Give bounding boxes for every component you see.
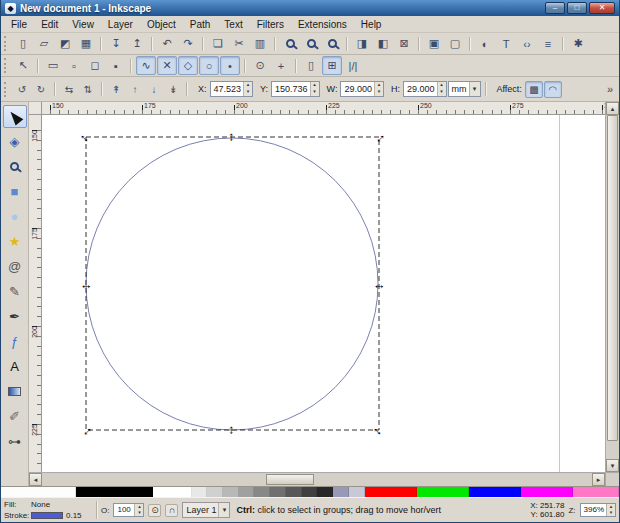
palette-swatch[interactable] bbox=[207, 487, 223, 497]
menu-file[interactable]: File bbox=[4, 17, 34, 32]
paste-button[interactable]: ▥ bbox=[250, 34, 270, 53]
horizontal-ruler[interactable]: 150175200225250275300 bbox=[42, 102, 605, 115]
undo-button[interactable]: ↶ bbox=[157, 34, 177, 53]
palette-swatch[interactable] bbox=[153, 487, 191, 497]
pencil-tool-button[interactable]: ✎ bbox=[3, 280, 27, 303]
selection-handle-sw[interactable]: ↔ bbox=[77, 421, 95, 439]
h-input[interactable]: 29.000 ▴ ▾ bbox=[403, 81, 447, 97]
opacity-spinner[interactable]: ▴ ▾ bbox=[134, 504, 143, 516]
node-tool-button[interactable]: ◈ bbox=[3, 130, 27, 153]
palette-swatch[interactable] bbox=[349, 487, 365, 497]
raise-button[interactable]: ↑ bbox=[126, 81, 144, 98]
affect-stroke-width-button[interactable]: ▩ bbox=[525, 81, 543, 98]
align-distribute-dialog-button[interactable]: ≡ bbox=[538, 34, 558, 53]
rectangle-tool-button[interactable]: ■ bbox=[3, 180, 27, 203]
selection-handle-nw[interactable]: ↔ bbox=[77, 128, 95, 146]
palette-swatch[interactable] bbox=[469, 487, 521, 497]
group-button[interactable]: ▣ bbox=[424, 34, 444, 53]
toolbar-grip[interactable] bbox=[4, 82, 9, 97]
selection-handle-ne[interactable]: ↔ bbox=[370, 128, 388, 146]
show-grid-button[interactable]: ⊞ bbox=[322, 56, 342, 75]
ellipse-tool-button[interactable]: ● bbox=[3, 205, 27, 228]
document-print-button[interactable]: ▦ bbox=[76, 34, 96, 53]
palette-swatch[interactable] bbox=[521, 487, 573, 497]
export-button[interactable]: ↥ bbox=[127, 34, 147, 53]
w-input[interactable]: 29.000 ▴ ▾ bbox=[340, 81, 384, 97]
snap-bbox-corners-button[interactable]: ◻ bbox=[85, 56, 105, 75]
scroll-down-button[interactable]: ▾ bbox=[606, 459, 619, 472]
raise-to-top-button[interactable]: ↟ bbox=[107, 81, 125, 98]
selection-handle-s[interactable]: ↔ bbox=[226, 424, 239, 437]
palette-swatch[interactable] bbox=[317, 487, 333, 497]
zoom-spinner[interactable]: ▴ ▾ bbox=[606, 504, 615, 516]
dropdown-arrow-icon[interactable]: ▾ bbox=[218, 503, 229, 517]
palette-swatch[interactable] bbox=[270, 487, 286, 497]
scroll-left-button[interactable]: ◂ bbox=[29, 473, 42, 486]
menu-help[interactable]: Help bbox=[354, 17, 389, 32]
selection-handle-se[interactable]: ↔ bbox=[370, 421, 388, 439]
dropdown-arrow-icon[interactable]: ▾ bbox=[469, 82, 480, 96]
menu-view[interactable]: View bbox=[65, 17, 101, 32]
snap-bbox-midpoints-button[interactable]: ▪ bbox=[106, 56, 126, 75]
x-input[interactable]: 47.523 ▴ ▾ bbox=[210, 81, 254, 97]
spin-down-icon[interactable]: ▾ bbox=[244, 89, 252, 96]
spin-down-icon[interactable]: ▾ bbox=[135, 510, 143, 516]
palette-swatch[interactable] bbox=[76, 487, 154, 497]
snap-nodes-button[interactable]: ∿ bbox=[136, 56, 156, 75]
calligraphy-tool-button[interactable]: ƒ bbox=[3, 330, 27, 353]
spin-down-icon[interactable]: ▾ bbox=[311, 89, 319, 96]
x-spinner[interactable]: ▴ ▾ bbox=[243, 82, 252, 96]
stroke-swatch[interactable] bbox=[31, 512, 63, 519]
units-select[interactable]: mm ▾ bbox=[448, 81, 481, 97]
connector-tool-button[interactable]: ⊶ bbox=[3, 430, 27, 453]
cut-button[interactable]: ✂ bbox=[229, 34, 249, 53]
lower-button[interactable]: ↓ bbox=[145, 81, 163, 98]
menu-text[interactable]: Text bbox=[217, 17, 249, 32]
selection-handle-w[interactable]: ↔ bbox=[80, 277, 93, 290]
vertical-scroll-track[interactable] bbox=[606, 115, 619, 459]
pen-tool-button[interactable]: ✒ bbox=[3, 305, 27, 328]
snap-rotation-centers-button[interactable]: + bbox=[271, 56, 291, 75]
palette-swatch[interactable] bbox=[333, 487, 349, 497]
toolbar-grip[interactable] bbox=[4, 58, 9, 73]
snap-bounding-box-button[interactable]: ▭ bbox=[43, 56, 63, 75]
palette-swatch[interactable] bbox=[365, 487, 417, 497]
close-button[interactable]: ✕ bbox=[589, 2, 615, 14]
star-tool-button[interactable]: ★ bbox=[3, 230, 27, 253]
palette-swatch[interactable] bbox=[254, 487, 270, 497]
text-dialog-button[interactable]: T bbox=[496, 34, 516, 53]
document-open-button[interactable]: ▱ bbox=[34, 34, 54, 53]
copy-button[interactable]: ❏ bbox=[208, 34, 228, 53]
affect-rounded-corners-button[interactable]: ◠ bbox=[544, 81, 562, 98]
y-spinner[interactable]: ▴ ▾ bbox=[310, 82, 319, 96]
snap-enable-button[interactable]: ↖ bbox=[13, 56, 33, 75]
horizontal-scroll-thumb[interactable] bbox=[266, 474, 314, 485]
text-tool-button[interactable]: A bbox=[3, 355, 27, 378]
snap-guides-button[interactable]: |/| bbox=[343, 56, 363, 75]
xml-editor-button[interactable]: ‹› bbox=[517, 34, 537, 53]
spin-down-icon[interactable]: ▾ bbox=[438, 89, 446, 96]
menu-path[interactable]: Path bbox=[183, 17, 218, 32]
create-clone-button[interactable]: ◧ bbox=[373, 34, 393, 53]
opacity-input[interactable]: 100 ▴ ▾ bbox=[113, 503, 144, 517]
unlink-clone-button[interactable]: ⊠ bbox=[394, 34, 414, 53]
vertical-ruler[interactable]: 150175200225 bbox=[29, 115, 42, 472]
snap-page-border-button[interactable]: ▯ bbox=[301, 56, 321, 75]
horizontal-scroll-track[interactable] bbox=[42, 473, 592, 486]
palette-swatch[interactable] bbox=[239, 487, 255, 497]
drawing-canvas[interactable]: ↔↔↔↔↔↔↔↔ bbox=[42, 115, 605, 472]
scroll-up-button[interactable]: ▴ bbox=[606, 102, 619, 115]
menu-filters[interactable]: Filters bbox=[250, 17, 291, 32]
horizontal-scrollbar[interactable]: ◂ ▸ bbox=[29, 472, 605, 486]
h-spinner[interactable]: ▴ ▾ bbox=[437, 82, 446, 96]
menu-extensions[interactable]: Extensions bbox=[291, 17, 354, 32]
toolbar-grip[interactable] bbox=[4, 36, 9, 51]
selector-tool-button[interactable] bbox=[3, 105, 27, 128]
titlebar[interactable]: ◆ New document 1 - Inkscape – □ ✕ bbox=[1, 0, 619, 16]
snap-midpoints-button[interactable]: • bbox=[220, 56, 240, 75]
document-save-button[interactable]: ◩ bbox=[55, 34, 75, 53]
selection-handle-e[interactable]: ↔ bbox=[373, 277, 386, 290]
palette-swatch[interactable] bbox=[1, 487, 76, 497]
zoom-input[interactable]: 396% ▴ ▾ bbox=[580, 503, 616, 517]
menu-object[interactable]: Object bbox=[140, 17, 183, 32]
